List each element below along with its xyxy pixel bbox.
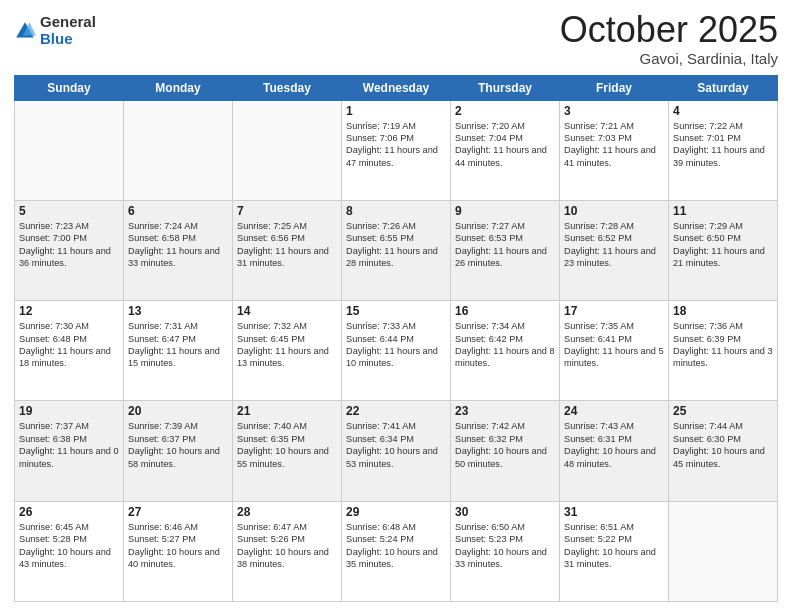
cell-text: Sunrise: 7:21 AM Sunset: 7:03 PM Dayligh… [564, 120, 664, 170]
day-number: 7 [237, 204, 337, 218]
header: General Blue October 2025 Gavoi, Sardini… [14, 10, 778, 67]
day-number: 28 [237, 505, 337, 519]
calendar-cell: 9Sunrise: 7:27 AM Sunset: 6:53 PM Daylig… [451, 200, 560, 300]
day-number: 13 [128, 304, 228, 318]
cell-text: Sunrise: 7:22 AM Sunset: 7:01 PM Dayligh… [673, 120, 773, 170]
day-number: 5 [19, 204, 119, 218]
day-number: 17 [564, 304, 664, 318]
logo-icon [14, 20, 36, 42]
day-number: 25 [673, 404, 773, 418]
calendar-cell: 19Sunrise: 7:37 AM Sunset: 6:38 PM Dayli… [15, 401, 124, 501]
cell-text: Sunrise: 7:32 AM Sunset: 6:45 PM Dayligh… [237, 320, 337, 370]
calendar-cell [669, 501, 778, 601]
day-number: 16 [455, 304, 555, 318]
weekday-header: Sunday [15, 75, 124, 100]
calendar-cell: 3Sunrise: 7:21 AM Sunset: 7:03 PM Daylig… [560, 100, 669, 200]
cell-text: Sunrise: 6:46 AM Sunset: 5:27 PM Dayligh… [128, 521, 228, 571]
cell-text: Sunrise: 7:42 AM Sunset: 6:32 PM Dayligh… [455, 420, 555, 470]
day-number: 21 [237, 404, 337, 418]
day-number: 10 [564, 204, 664, 218]
logo: General Blue [14, 14, 96, 47]
day-number: 26 [19, 505, 119, 519]
calendar-cell [15, 100, 124, 200]
calendar-cell: 18Sunrise: 7:36 AM Sunset: 6:39 PM Dayli… [669, 301, 778, 401]
calendar-row: 12Sunrise: 7:30 AM Sunset: 6:48 PM Dayli… [15, 301, 778, 401]
calendar-cell: 29Sunrise: 6:48 AM Sunset: 5:24 PM Dayli… [342, 501, 451, 601]
calendar-cell: 23Sunrise: 7:42 AM Sunset: 6:32 PM Dayli… [451, 401, 560, 501]
day-number: 1 [346, 104, 446, 118]
cell-text: Sunrise: 6:50 AM Sunset: 5:23 PM Dayligh… [455, 521, 555, 571]
day-number: 9 [455, 204, 555, 218]
weekday-header: Tuesday [233, 75, 342, 100]
day-number: 31 [564, 505, 664, 519]
location: Gavoi, Sardinia, Italy [560, 50, 778, 67]
calendar-cell: 16Sunrise: 7:34 AM Sunset: 6:42 PM Dayli… [451, 301, 560, 401]
calendar-cell: 4Sunrise: 7:22 AM Sunset: 7:01 PM Daylig… [669, 100, 778, 200]
cell-text: Sunrise: 7:31 AM Sunset: 6:47 PM Dayligh… [128, 320, 228, 370]
day-number: 12 [19, 304, 119, 318]
cell-text: Sunrise: 7:39 AM Sunset: 6:37 PM Dayligh… [128, 420, 228, 470]
day-number: 29 [346, 505, 446, 519]
day-number: 20 [128, 404, 228, 418]
cell-text: Sunrise: 7:37 AM Sunset: 6:38 PM Dayligh… [19, 420, 119, 470]
cell-text: Sunrise: 7:36 AM Sunset: 6:39 PM Dayligh… [673, 320, 773, 370]
day-number: 4 [673, 104, 773, 118]
cell-text: Sunrise: 7:28 AM Sunset: 6:52 PM Dayligh… [564, 220, 664, 270]
weekday-header: Saturday [669, 75, 778, 100]
calendar-row: 5Sunrise: 7:23 AM Sunset: 7:00 PM Daylig… [15, 200, 778, 300]
logo-general: General [40, 14, 96, 31]
logo-blue: Blue [40, 31, 96, 48]
cell-text: Sunrise: 7:29 AM Sunset: 6:50 PM Dayligh… [673, 220, 773, 270]
calendar-cell: 1Sunrise: 7:19 AM Sunset: 7:06 PM Daylig… [342, 100, 451, 200]
cell-text: Sunrise: 7:33 AM Sunset: 6:44 PM Dayligh… [346, 320, 446, 370]
calendar-cell: 21Sunrise: 7:40 AM Sunset: 6:35 PM Dayli… [233, 401, 342, 501]
day-number: 24 [564, 404, 664, 418]
calendar-cell: 14Sunrise: 7:32 AM Sunset: 6:45 PM Dayli… [233, 301, 342, 401]
weekday-header: Wednesday [342, 75, 451, 100]
day-number: 11 [673, 204, 773, 218]
weekday-header: Monday [124, 75, 233, 100]
calendar-cell: 22Sunrise: 7:41 AM Sunset: 6:34 PM Dayli… [342, 401, 451, 501]
calendar-row: 26Sunrise: 6:45 AM Sunset: 5:28 PM Dayli… [15, 501, 778, 601]
calendar-row: 19Sunrise: 7:37 AM Sunset: 6:38 PM Dayli… [15, 401, 778, 501]
calendar-cell [124, 100, 233, 200]
calendar-table: SundayMondayTuesdayWednesdayThursdayFrid… [14, 75, 778, 602]
weekday-header: Friday [560, 75, 669, 100]
cell-text: Sunrise: 6:45 AM Sunset: 5:28 PM Dayligh… [19, 521, 119, 571]
cell-text: Sunrise: 7:26 AM Sunset: 6:55 PM Dayligh… [346, 220, 446, 270]
calendar-cell: 12Sunrise: 7:30 AM Sunset: 6:48 PM Dayli… [15, 301, 124, 401]
cell-text: Sunrise: 7:43 AM Sunset: 6:31 PM Dayligh… [564, 420, 664, 470]
cell-text: Sunrise: 7:27 AM Sunset: 6:53 PM Dayligh… [455, 220, 555, 270]
calendar-cell: 10Sunrise: 7:28 AM Sunset: 6:52 PM Dayli… [560, 200, 669, 300]
day-number: 8 [346, 204, 446, 218]
logo-text: General Blue [40, 14, 96, 47]
calendar-cell: 24Sunrise: 7:43 AM Sunset: 6:31 PM Dayli… [560, 401, 669, 501]
page: General Blue October 2025 Gavoi, Sardini… [0, 0, 792, 612]
weekday-header: Thursday [451, 75, 560, 100]
day-number: 3 [564, 104, 664, 118]
day-number: 23 [455, 404, 555, 418]
cell-text: Sunrise: 7:25 AM Sunset: 6:56 PM Dayligh… [237, 220, 337, 270]
calendar-cell: 31Sunrise: 6:51 AM Sunset: 5:22 PM Dayli… [560, 501, 669, 601]
title-block: October 2025 Gavoi, Sardinia, Italy [560, 10, 778, 67]
calendar-cell: 25Sunrise: 7:44 AM Sunset: 6:30 PM Dayli… [669, 401, 778, 501]
day-number: 19 [19, 404, 119, 418]
calendar-cell: 2Sunrise: 7:20 AM Sunset: 7:04 PM Daylig… [451, 100, 560, 200]
cell-text: Sunrise: 7:19 AM Sunset: 7:06 PM Dayligh… [346, 120, 446, 170]
calendar-cell: 13Sunrise: 7:31 AM Sunset: 6:47 PM Dayli… [124, 301, 233, 401]
day-number: 18 [673, 304, 773, 318]
day-number: 6 [128, 204, 228, 218]
calendar-header-row: SundayMondayTuesdayWednesdayThursdayFrid… [15, 75, 778, 100]
cell-text: Sunrise: 6:48 AM Sunset: 5:24 PM Dayligh… [346, 521, 446, 571]
day-number: 30 [455, 505, 555, 519]
day-number: 14 [237, 304, 337, 318]
calendar-cell [233, 100, 342, 200]
day-number: 27 [128, 505, 228, 519]
cell-text: Sunrise: 7:35 AM Sunset: 6:41 PM Dayligh… [564, 320, 664, 370]
cell-text: Sunrise: 7:30 AM Sunset: 6:48 PM Dayligh… [19, 320, 119, 370]
calendar-row: 1Sunrise: 7:19 AM Sunset: 7:06 PM Daylig… [15, 100, 778, 200]
cell-text: Sunrise: 7:40 AM Sunset: 6:35 PM Dayligh… [237, 420, 337, 470]
calendar-cell: 15Sunrise: 7:33 AM Sunset: 6:44 PM Dayli… [342, 301, 451, 401]
cell-text: Sunrise: 7:23 AM Sunset: 7:00 PM Dayligh… [19, 220, 119, 270]
day-number: 22 [346, 404, 446, 418]
